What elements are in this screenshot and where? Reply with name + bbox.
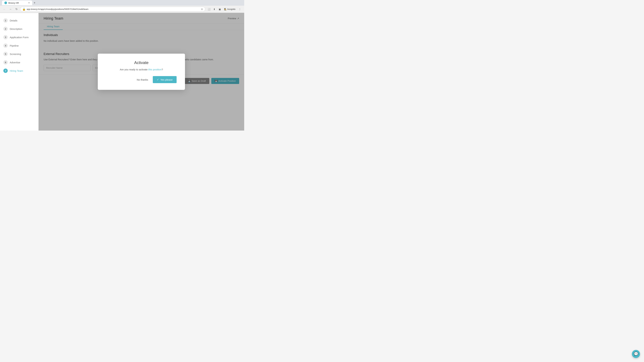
main-content: Hiring Team Preview ↗ Hiring Team Indivi… bbox=[38, 13, 244, 131]
checkmark-icon: ✓ bbox=[157, 78, 159, 81]
extensions-button[interactable]: ⬜ bbox=[206, 7, 211, 11]
back-button[interactable]: ← bbox=[2, 7, 7, 11]
tab-title: Breezy HR bbox=[8, 2, 19, 4]
sidebar-item-advertise-label: Advertise bbox=[10, 61, 20, 64]
activate-modal: Activate Are you ready to activate this … bbox=[98, 54, 185, 90]
modal-body: Are you ready to activate this position? bbox=[106, 68, 176, 71]
modal-actions: No thanks ✓ Yes please bbox=[106, 76, 176, 83]
sidebar-item-application-form-label: Application Form bbox=[10, 36, 29, 39]
address-bar[interactable]: 🔒 ☆ bbox=[20, 7, 205, 11]
menu-button[interactable]: ⋮ bbox=[238, 7, 242, 11]
sidebar-item-details-label: Details bbox=[10, 19, 18, 22]
no-thanks-label: No thanks bbox=[137, 78, 148, 81]
modal-body-prefix: Are you ready to activate bbox=[120, 68, 148, 71]
url-input[interactable] bbox=[27, 8, 200, 10]
step-6-number: 6 bbox=[3, 60, 8, 64]
browser-toolbar: ← → ↻ 🔒 ☆ ⬜ ⬇ ▣ 🕵 Incognito ⋮ bbox=[0, 6, 244, 13]
sidebar-item-hiring-team[interactable]: 7 Hiring Team bbox=[0, 66, 38, 75]
toolbar-icons: ⬜ ⬇ ▣ 🕵 Incognito ⋮ bbox=[206, 7, 242, 11]
sidebar: 1 Details 2 Description 3 Application Fo… bbox=[0, 13, 38, 131]
step-3-number: 3 bbox=[3, 35, 8, 39]
split-button[interactable]: ▣ bbox=[217, 7, 222, 11]
sidebar-item-advertise[interactable]: 6 Advertise bbox=[0, 58, 38, 66]
lock-icon: 🔒 bbox=[22, 7, 26, 11]
step-5-number: 5 bbox=[3, 52, 8, 56]
sidebar-item-pipeline-label: Pipeline bbox=[10, 44, 18, 47]
browser-chrome: Breezy HR ✕ + ← → ↻ 🔒 ☆ ⬜ ⬇ ▣ 🕵 Incognit… bbox=[0, 0, 244, 13]
refresh-button[interactable]: ↻ bbox=[14, 7, 19, 11]
new-tab-button[interactable]: + bbox=[32, 0, 37, 5]
step-4-number: 4 bbox=[3, 43, 8, 48]
modal-body-suffix: ? bbox=[162, 68, 163, 71]
sidebar-item-description[interactable]: 2 Description bbox=[0, 25, 38, 33]
incognito-label: Incognito bbox=[227, 8, 236, 10]
step-7-number: 7 bbox=[3, 68, 8, 73]
sidebar-item-pipeline[interactable]: 4 Pipeline bbox=[0, 41, 38, 50]
step-1-number: 1 bbox=[3, 18, 8, 23]
tab-favicon bbox=[4, 1, 7, 4]
tab-bar: Breezy HR ✕ + bbox=[0, 0, 244, 6]
modal-overlay[interactable]: Activate Are you ready to activate this … bbox=[38, 13, 244, 131]
browser-tab[interactable]: Breezy HR ✕ bbox=[2, 0, 32, 5]
download-button[interactable]: ⬇ bbox=[212, 7, 217, 11]
app-container: 1 Details 2 Description 3 Application Fo… bbox=[0, 13, 244, 131]
sidebar-item-details[interactable]: 1 Details bbox=[0, 16, 38, 25]
incognito-icon: 🕵 bbox=[224, 8, 226, 10]
incognito-indicator: 🕵 Incognito bbox=[223, 7, 237, 11]
modal-body-link[interactable]: this position bbox=[148, 68, 162, 71]
star-icon: ☆ bbox=[201, 7, 203, 11]
yes-please-label: Yes please bbox=[160, 78, 172, 81]
forward-button[interactable]: → bbox=[8, 7, 13, 11]
sidebar-item-screening-label: Screening bbox=[10, 53, 21, 55]
sidebar-item-description-label: Description bbox=[10, 27, 22, 30]
tab-close-button[interactable]: ✕ bbox=[28, 2, 30, 4]
sidebar-item-application-form[interactable]: 3 Application Form bbox=[0, 33, 38, 41]
modal-title: Activate bbox=[106, 60, 176, 65]
yes-please-button[interactable]: ✓ Yes please bbox=[153, 76, 176, 83]
sidebar-item-hiring-team-label: Hiring Team bbox=[10, 69, 23, 72]
step-2-number: 2 bbox=[3, 27, 8, 31]
no-thanks-button[interactable]: No thanks bbox=[135, 77, 150, 82]
sidebar-item-screening[interactable]: 5 Screening bbox=[0, 50, 38, 58]
